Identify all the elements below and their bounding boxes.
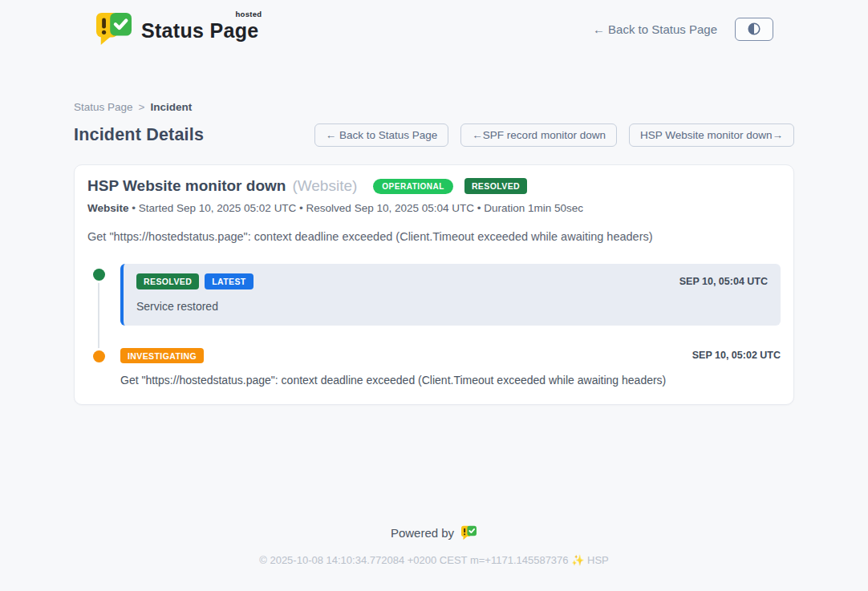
- operational-status-badge: OPERATIONAL: [373, 179, 453, 194]
- latest-badge: LATEST: [205, 273, 253, 289]
- timeline-entry-badges: INVESTIGATING: [120, 348, 204, 364]
- header: Status Page hosted ← Back to Status Page: [74, 0, 794, 47]
- timeline-dot-resolved: [93, 269, 105, 281]
- timeline-entry-badges: RESOLVED LATEST: [136, 273, 254, 289]
- incident-meta-details: • Started Sep 10, 2025 05:02 UTC • Resol…: [129, 202, 584, 214]
- incident-component-label: (Website): [292, 177, 357, 195]
- timeline-entry-message: Get "https://hostedstatus.page": context…: [120, 374, 781, 387]
- logo[interactable]: Status Page hosted: [95, 11, 262, 47]
- incident-meta-component: Website: [87, 202, 129, 214]
- contrast-half-circle-icon: [745, 20, 763, 38]
- main-content: Status Page>Incident Incident Details ← …: [74, 101, 794, 405]
- title-row: Incident Details ← Back to Status Page ←…: [74, 123, 794, 147]
- incident-description: Get "https://hostedstatus.page": context…: [87, 230, 781, 243]
- powered-by-label: Powered by: [391, 526, 454, 540]
- incident-meta: Website • Started Sep 10, 2025 05:02 UTC…: [87, 202, 781, 214]
- timeline-entry-investigating: INVESTIGATING SEP 10, 05:02 UTC Get "htt…: [87, 348, 781, 387]
- breadcrumb: Status Page>Incident: [74, 101, 794, 113]
- incident-nav-buttons: ← Back to Status Page ←SPF record monito…: [314, 123, 794, 147]
- timeline-entry-header: INVESTIGATING SEP 10, 05:02 UTC: [120, 348, 781, 364]
- timeline-entry-resolved: RESOLVED LATEST SEP 10, 05:04 UTC Servic…: [87, 264, 781, 326]
- status-page-logo-icon: [95, 11, 133, 47]
- prev-incident-button[interactable]: ←SPF record monitor down: [460, 123, 617, 147]
- timeline-entry-header: RESOLVED LATEST SEP 10, 05:04 UTC: [136, 273, 768, 289]
- header-right: ← Back to Status Page: [593, 18, 773, 41]
- incident-title-row: HSP Website monitor down (Website) OPERA…: [87, 177, 781, 195]
- timeline-dot-investigating: [93, 350, 105, 362]
- header-back-to-status-page-link[interactable]: ← Back to Status Page: [593, 22, 717, 36]
- breadcrumb-status-page[interactable]: Status Page: [74, 101, 133, 113]
- timeline-entry-timestamp: SEP 10, 05:02 UTC: [692, 350, 781, 361]
- copyright-line: © 2025-10-08 14:10:34.772084 +0200 CEST …: [74, 554, 794, 566]
- investigating-badge: INVESTIGATING: [120, 348, 204, 364]
- timeline-entry-message: Service restored: [136, 300, 768, 313]
- breadcrumb-incident: Incident: [150, 101, 192, 113]
- logo-text-wrap: Status Page hosted: [141, 11, 262, 43]
- powered-by: Powered by: [74, 525, 794, 540]
- theme-toggle-button[interactable]: [735, 18, 773, 41]
- page-title: Incident Details: [74, 125, 204, 145]
- footer: Powered by © 2025-10-08 14:10:34.772084 …: [74, 525, 794, 585]
- resolved-badge: RESOLVED: [136, 273, 199, 289]
- timeline-latest-highlight-box: RESOLVED LATEST SEP 10, 05:04 UTC Servic…: [120, 264, 781, 326]
- next-incident-button[interactable]: HSP Website monitor down→: [629, 123, 794, 147]
- incident-timeline: RESOLVED LATEST SEP 10, 05:04 UTC Servic…: [87, 264, 781, 387]
- hsp-mini-logo-icon[interactable]: [460, 525, 477, 540]
- incident-card: HSP Website monitor down (Website) OPERA…: [74, 164, 794, 405]
- incident-title: HSP Website monitor down: [87, 177, 286, 195]
- logo-hosted-badge: hosted: [235, 10, 262, 18]
- back-to-status-page-button[interactable]: ← Back to Status Page: [314, 123, 449, 147]
- resolved-state-badge: RESOLVED: [464, 178, 527, 194]
- breadcrumb-separator: >: [139, 101, 145, 113]
- timeline-entry-timestamp: SEP 10, 05:04 UTC: [679, 276, 768, 287]
- logo-text: Status Page: [141, 19, 258, 42]
